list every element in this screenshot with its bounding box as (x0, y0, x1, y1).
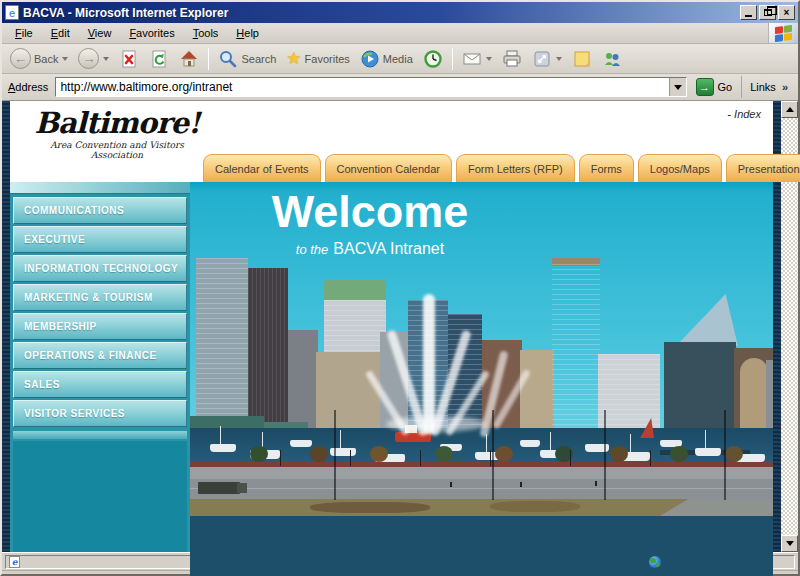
sidebar-item-operations-finance[interactable]: OPERATIONS & FINANCE (13, 342, 187, 369)
promenade (190, 467, 773, 479)
favorites-button[interactable]: ★ Favorites (282, 48, 354, 70)
mast (486, 434, 487, 452)
sidebar-item-information-technology[interactable]: INFORMATION TECHNOLOGY (13, 255, 187, 282)
scroll-up-button[interactable] (781, 101, 798, 118)
tree (435, 446, 453, 462)
close-button[interactable]: × (778, 5, 795, 20)
links-button[interactable]: Links » (741, 76, 794, 98)
harbor-photo: Welcome to theBACVA Intranet (190, 182, 773, 576)
refresh-button[interactable] (145, 47, 173, 71)
building (598, 354, 660, 428)
restore-icon (764, 9, 772, 16)
search-button[interactable]: Search (214, 47, 280, 71)
person (450, 482, 452, 487)
standard-toolbar: ← Back → Search ★ Favorites Media (2, 44, 798, 74)
discuss-button[interactable] (568, 47, 596, 71)
print-icon (502, 49, 522, 69)
messenger-button[interactable] (598, 47, 626, 71)
index-link[interactable]: - Index (727, 108, 761, 120)
photo-seam (724, 410, 726, 500)
tab-logos-maps[interactable]: Logos/Maps (638, 154, 722, 182)
tree (610, 446, 628, 462)
page-status-icon: e (9, 556, 20, 568)
welcome-title: Welcome (200, 186, 540, 238)
address-input[interactable] (56, 78, 668, 96)
building (248, 268, 288, 428)
minimize-button[interactable] (740, 5, 757, 20)
photo-seam (492, 410, 494, 500)
truck (198, 482, 240, 494)
grass-patch (310, 502, 430, 513)
tree (250, 446, 268, 462)
menu-favorites[interactable]: Favorites (120, 25, 183, 41)
home-button[interactable] (175, 47, 203, 71)
mast (630, 434, 631, 452)
tree (370, 446, 388, 462)
boat (210, 444, 236, 452)
chevron-down-icon (674, 85, 682, 90)
menu-help[interactable]: Help (227, 25, 268, 41)
print-button[interactable] (498, 47, 526, 71)
go-label: Go (718, 81, 733, 93)
edit-dropdown-icon (556, 57, 562, 61)
windows-flag-icon (768, 23, 798, 43)
scroll-down-button[interactable] (781, 535, 798, 552)
history-icon (423, 49, 443, 69)
media-button[interactable]: Media (356, 47, 417, 71)
building (520, 350, 554, 428)
sidebar-item-marketing-tourism[interactable]: MARKETING & TOURISM (13, 284, 187, 311)
tab-form-letters-rfp[interactable]: Form Letters (RFP) (456, 154, 575, 182)
messenger-icon (602, 49, 622, 69)
stop-icon (119, 49, 139, 69)
media-label: Media (383, 53, 413, 65)
building (288, 330, 318, 428)
address-dropdown-button[interactable] (669, 78, 686, 96)
tab-convention-calendar[interactable]: Convention Calendar (325, 154, 452, 182)
browser-viewport: Baltimore! Area Convention and Visitors … (2, 101, 798, 552)
refresh-icon (149, 49, 169, 69)
edit-button[interactable] (528, 47, 566, 71)
favorites-label: Favorites (305, 53, 350, 65)
ie-logo-icon: e (5, 5, 19, 20)
tab-forms[interactable]: Forms (579, 154, 634, 182)
street-line (190, 488, 773, 489)
forward-dropdown-icon (103, 57, 109, 61)
mail-button[interactable] (458, 47, 496, 71)
menu-view[interactable]: View (79, 25, 121, 41)
media-icon (360, 49, 380, 69)
history-button[interactable] (419, 47, 447, 71)
sidebar-item-visitor-services[interactable]: VISITOR SERVICES (13, 400, 187, 427)
sidebar-top-strip (10, 182, 190, 194)
sidebar-item-membership[interactable]: MEMBERSHIP (13, 313, 187, 340)
menu-file[interactable]: File (6, 25, 42, 41)
links-label: Links (750, 81, 776, 93)
scroll-down-icon (786, 541, 794, 546)
sidebar-item-executive[interactable]: EXECUTIVE (13, 226, 187, 253)
back-icon: ← (10, 48, 31, 69)
photo-seam (334, 410, 336, 500)
building-cylinder (740, 358, 768, 428)
edit-icon (532, 49, 552, 69)
tree (725, 446, 743, 462)
menu-tools[interactable]: Tools (184, 25, 228, 41)
page-header: Baltimore! Area Convention and Visitors … (10, 101, 773, 182)
sidebar-item-sales[interactable]: SALES (13, 371, 187, 398)
menu-edit[interactable]: Edit (42, 25, 79, 41)
stop-button[interactable] (115, 47, 143, 71)
mast (550, 432, 551, 450)
search-icon (218, 49, 238, 69)
logo-tagline: Area Convention and Visitors Association (32, 140, 202, 160)
toolbar-separator (208, 48, 209, 70)
back-button[interactable]: ← Back (6, 46, 72, 71)
truck-cab (237, 483, 247, 493)
title-bar: e BACVA - Microsoft Internet Explorer × (2, 2, 798, 23)
go-button[interactable]: → Go (692, 78, 737, 96)
lamp-post (570, 450, 571, 466)
forward-button[interactable]: → (74, 46, 113, 71)
tab-presentations-templates[interactable]: Presentations (Templates) (726, 154, 800, 182)
tab-calendar-of-events[interactable]: Calendar of Events (203, 154, 321, 182)
restore-button[interactable] (759, 5, 776, 20)
person (595, 481, 597, 486)
forward-icon: → (78, 48, 99, 69)
sidebar-item-communications[interactable]: COMMUNICATIONS (13, 197, 187, 224)
